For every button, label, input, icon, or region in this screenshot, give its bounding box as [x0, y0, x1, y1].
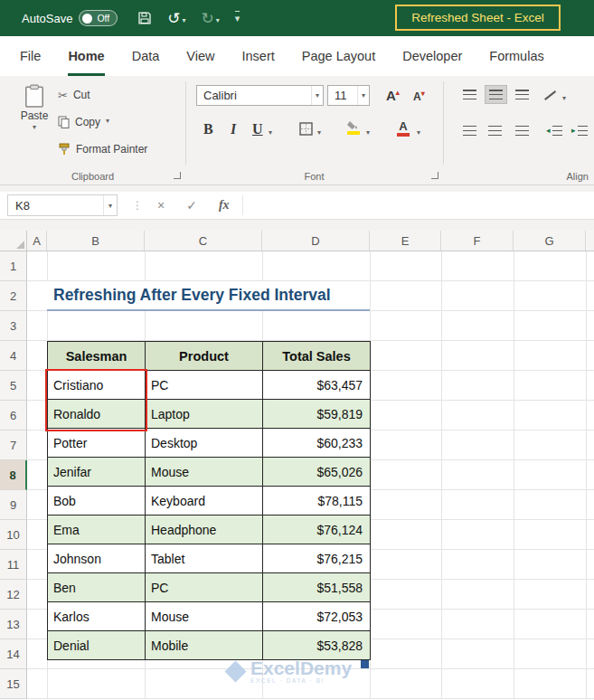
align-center-button[interactable] — [488, 126, 502, 136]
clipboard-dialog-launcher-icon[interactable] — [174, 172, 181, 179]
row-header-13[interactable]: 13 — [0, 610, 27, 639]
column-header-partial[interactable] — [586, 231, 594, 251]
header-salesman[interactable]: Salesman — [48, 342, 146, 371]
customize-qat-button[interactable]: ▾ — [235, 11, 240, 25]
column-header-g[interactable]: G — [514, 231, 586, 251]
row-header-11[interactable]: 11 — [0, 550, 27, 580]
tab-file[interactable]: File — [20, 36, 41, 76]
drag-handle-icon[interactable]: ⋮ — [132, 192, 143, 219]
select-all-button[interactable] — [0, 231, 27, 251]
copy-button[interactable]: Copy ▾ — [58, 112, 109, 132]
autosave-switch[interactable]: Off — [79, 10, 118, 26]
cell-salesman[interactable]: Johnson — [48, 544, 146, 573]
cell-product[interactable]: Headphone — [146, 516, 263, 544]
cell-product[interactable]: Keyboard — [146, 487, 263, 516]
chevron-down-icon[interactable]: ▾ — [417, 128, 420, 137]
font-color-button[interactable]: A — [397, 120, 410, 137]
row-header-4[interactable]: 4 — [0, 341, 27, 371]
row-header-6[interactable]: 6 — [0, 401, 27, 430]
enter-button[interactable]: ✓ — [186, 198, 197, 213]
font-dialog-launcher-icon[interactable] — [431, 172, 438, 179]
tab-view[interactable]: View — [186, 36, 214, 76]
cell-total-sales[interactable]: $78,115 — [263, 487, 371, 516]
cell-total-sales[interactable]: $60,233 — [263, 429, 371, 458]
worksheet-title-cell[interactable]: Refreshing After Every Fixed Interval — [47, 281, 370, 311]
undo-button[interactable]: ↺ ▾ — [167, 11, 185, 26]
chevron-down-icon[interactable]: ▾ — [317, 128, 321, 137]
decrease-font-size-button[interactable]: A▾ — [413, 90, 425, 103]
paste-button[interactable]: Paste ▾ — [11, 84, 58, 133]
cell-product[interactable]: Tablet — [146, 544, 263, 573]
font-size-combobox[interactable]: 11 ▾ — [327, 85, 370, 106]
tab-home[interactable]: Home — [68, 36, 104, 76]
cell-total-sales[interactable]: $53,828 — [263, 631, 371, 660]
cell-total-sales[interactable]: $65,026 — [263, 458, 371, 487]
align-bottom-button[interactable] — [515, 90, 529, 99]
align-right-button[interactable] — [515, 126, 529, 136]
decrease-indent-button[interactable]: ◂ — [546, 126, 562, 136]
align-middle-button[interactable] — [485, 85, 507, 104]
cell-product[interactable]: Mouse — [146, 602, 263, 631]
align-left-button[interactable] — [463, 126, 476, 136]
cell-total-sales[interactable]: $76,124 — [263, 516, 371, 544]
cut-button[interactable]: ✂ Cut — [58, 85, 90, 105]
increase-indent-button[interactable]: ▸ — [571, 126, 588, 136]
cell-salesman[interactable]: Denial — [48, 631, 146, 660]
align-top-button[interactable] — [463, 90, 476, 99]
save-button[interactable] — [137, 11, 152, 25]
tab-page-layout[interactable]: Page Layout — [302, 36, 375, 76]
row-header-5[interactable]: 5 — [0, 371, 27, 401]
cell-salesman[interactable]: Ben — [48, 573, 146, 602]
chevron-down-icon[interactable]: ▾ — [366, 128, 370, 137]
column-header-d[interactable]: D — [262, 231, 370, 251]
chevron-down-icon[interactable]: ▾ — [103, 195, 117, 215]
format-painter-button[interactable]: Format Painter — [58, 139, 147, 159]
column-header-f[interactable]: F — [441, 231, 514, 251]
cell-salesman[interactable]: Jenifar — [48, 458, 146, 487]
increase-font-size-button[interactable]: A▴ — [386, 88, 400, 103]
row-header-14[interactable]: 14 — [0, 639, 27, 669]
redo-button[interactable]: ↻ ▾ — [201, 11, 219, 26]
column-header-c[interactable]: C — [145, 231, 262, 251]
row-header-15[interactable]: 15 — [0, 669, 27, 699]
column-header-e[interactable]: E — [370, 231, 441, 251]
cell-total-sales[interactable]: $72,053 — [263, 602, 371, 631]
row-header-7[interactable]: 7 — [0, 430, 27, 460]
chevron-down-icon[interactable]: ▾ — [269, 128, 272, 137]
row-header-1[interactable]: 1 — [0, 251, 27, 281]
column-header-b[interactable]: B — [47, 231, 145, 251]
underline-button[interactable]: U — [252, 121, 263, 137]
row-header-9[interactable]: 9 — [0, 490, 27, 520]
cell-salesman[interactable]: Bob — [48, 487, 146, 516]
header-total-sales[interactable]: Total Sales — [263, 342, 371, 371]
cell-total-sales[interactable]: $76,215 — [263, 544, 371, 573]
tab-developer[interactable]: Developer — [402, 36, 462, 76]
bold-button[interactable]: B — [203, 121, 213, 137]
formula-input[interactable] — [256, 192, 594, 219]
chevron-down-icon[interactable]: ▾ — [562, 94, 566, 102]
orientation-button[interactable] — [544, 89, 558, 101]
cell-product[interactable]: PC — [146, 371, 263, 400]
chevron-down-icon[interactable]: ▾ — [311, 86, 323, 105]
fill-color-button[interactable] — [346, 120, 360, 135]
cell-product[interactable]: Mouse — [146, 458, 263, 487]
italic-button[interactable]: I — [231, 121, 236, 137]
chevron-down-icon[interactable]: ▾ — [357, 86, 369, 105]
tab-formulas[interactable]: Formulas — [489, 36, 543, 76]
insert-function-button[interactable]: fx — [219, 198, 230, 213]
row-header-12[interactable]: 12 — [0, 580, 27, 610]
tab-insert[interactable]: Insert — [241, 36, 274, 76]
row-header-10[interactable]: 10 — [0, 520, 27, 550]
cell-salesman[interactable]: Ema — [48, 516, 146, 544]
cell-salesman[interactable]: Ronaldo — [48, 400, 146, 429]
row-header-3[interactable]: 3 — [0, 311, 27, 341]
column-header-a[interactable]: A — [27, 231, 47, 251]
borders-button[interactable] — [299, 122, 313, 139]
header-product[interactable]: Product — [146, 342, 263, 371]
row-header-2[interactable]: 2 — [0, 281, 27, 311]
cell-product[interactable]: Mobile — [146, 631, 263, 660]
tab-data[interactable]: Data — [132, 36, 160, 76]
name-box[interactable]: K8 ▾ — [7, 194, 118, 216]
cancel-button[interactable]: × — [157, 198, 165, 213]
cell-salesman[interactable]: Karlos — [48, 602, 146, 631]
